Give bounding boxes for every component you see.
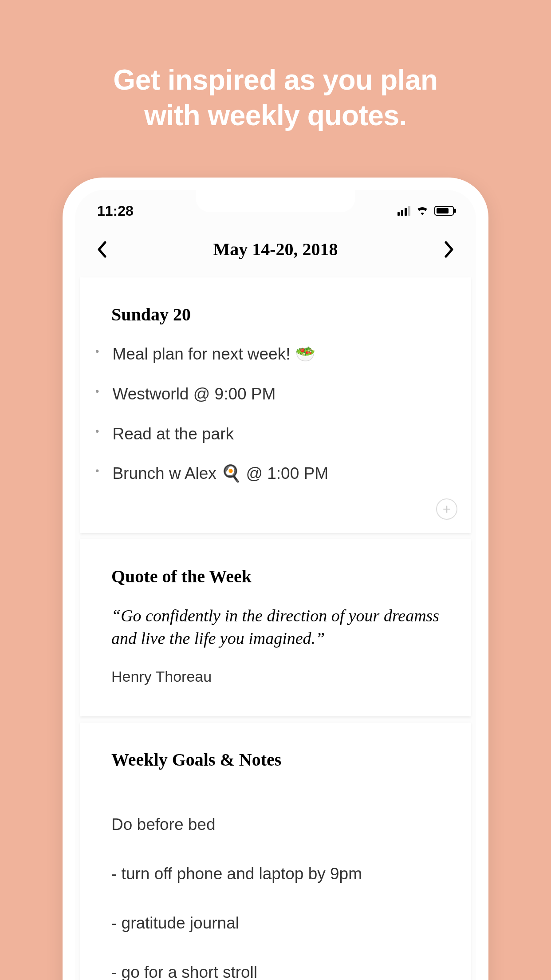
bullet-icon: • bbox=[95, 343, 99, 360]
task-item[interactable]: • Meal plan for next week! 🥗 bbox=[95, 343, 440, 366]
task-item[interactable]: • Brunch w Alex 🍳 @ 1:00 PM bbox=[95, 462, 440, 485]
status-icons bbox=[398, 205, 454, 217]
status-time: 11:28 bbox=[97, 203, 134, 219]
goals-item: - gratitude journal bbox=[111, 911, 440, 936]
signal-icon bbox=[398, 206, 410, 216]
plus-icon: + bbox=[443, 501, 451, 518]
goals-section-title: Weekly Goals & Notes bbox=[111, 749, 440, 770]
phone-notch bbox=[196, 190, 355, 212]
week-range-title: May 14-20, 2018 bbox=[213, 239, 338, 260]
prev-week-button[interactable] bbox=[93, 241, 110, 258]
promo-headline: Get inspired as you plan with weekly quo… bbox=[0, 0, 551, 133]
bullet-icon: • bbox=[95, 383, 99, 400]
goals-intro: Do before bed bbox=[111, 812, 440, 837]
task-text: Brunch w Alex 🍳 @ 1:00 PM bbox=[112, 462, 328, 485]
day-card[interactable]: Sunday 20 • Meal plan for next week! 🥗 •… bbox=[80, 277, 471, 533]
goals-card[interactable]: Weekly Goals & Notes Do before bed - tur… bbox=[80, 723, 471, 980]
goals-content: Do before bed - turn off phone and lapto… bbox=[111, 788, 440, 980]
task-text: Westworld @ 9:00 PM bbox=[112, 383, 276, 406]
chevron-right-icon bbox=[444, 241, 455, 258]
task-item[interactable]: • Read at the park bbox=[95, 423, 440, 446]
add-task-button[interactable]: + bbox=[436, 498, 457, 520]
wifi-icon bbox=[416, 205, 429, 217]
task-item[interactable]: • Westworld @ 9:00 PM bbox=[95, 383, 440, 406]
quote-text: “Go confidently in the direction of your… bbox=[111, 605, 440, 650]
quote-author: Henry Thoreau bbox=[111, 668, 440, 685]
bullet-icon: • bbox=[95, 462, 99, 480]
day-title: Sunday 20 bbox=[111, 304, 440, 325]
week-nav-header: May 14-20, 2018 bbox=[75, 225, 476, 277]
quote-card[interactable]: Quote of the Week “Go confidently in the… bbox=[80, 539, 471, 716]
phone-frame: 11:28 bbox=[63, 178, 488, 980]
promo-line-1: Get inspired as you plan bbox=[0, 62, 551, 98]
phone-screen: 11:28 bbox=[75, 190, 476, 980]
task-text: Read at the park bbox=[112, 423, 234, 446]
battery-icon bbox=[434, 206, 454, 216]
goals-item: - turn off phone and laptop by 9pm bbox=[111, 861, 440, 886]
bullet-icon: • bbox=[95, 423, 99, 440]
promo-line-2: with weekly quotes. bbox=[0, 98, 551, 133]
quote-section-title: Quote of the Week bbox=[111, 566, 440, 587]
task-text: Meal plan for next week! 🥗 bbox=[112, 343, 315, 366]
next-week-button[interactable] bbox=[441, 241, 458, 258]
goals-item: - go for a short stroll bbox=[111, 960, 440, 980]
chevron-left-icon bbox=[96, 241, 107, 258]
